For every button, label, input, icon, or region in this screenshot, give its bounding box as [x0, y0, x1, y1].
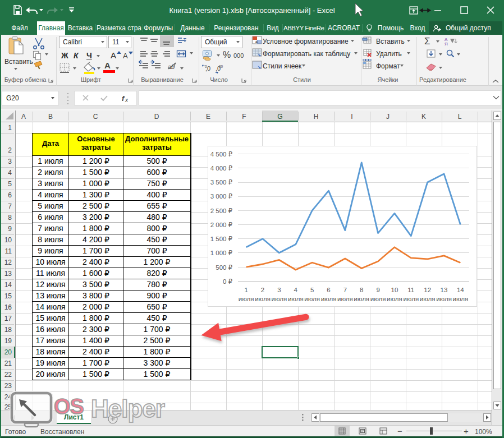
svg-text:15: 15 — [4, 292, 12, 300]
svg-text:июля: июля — [354, 296, 369, 302]
svg-text:июля: июля — [453, 296, 469, 302]
svg-text:июля: июля — [387, 296, 402, 302]
svg-text:J: J — [386, 113, 390, 121]
svg-text:1 000 ₽: 1 000 ₽ — [210, 250, 232, 256]
svg-text:10: 10 — [391, 287, 398, 293]
svg-text:L: L — [458, 113, 462, 121]
svg-text:0 ₽: 0 ₽ — [223, 278, 232, 285]
svg-text:14: 14 — [457, 287, 464, 293]
svg-text:12: 12 — [4, 259, 12, 266]
svg-text:B: B — [48, 113, 53, 121]
svg-text:8: 8 — [360, 287, 363, 293]
svg-text:20: 20 — [4, 348, 12, 356]
svg-text:июля: июля — [304, 296, 320, 302]
svg-text:2 000 ₽: 2 000 ₽ — [210, 222, 232, 228]
svg-text:4: 4 — [294, 287, 298, 293]
svg-text:22: 22 — [4, 371, 12, 379]
svg-text:6: 6 — [8, 191, 12, 199]
svg-text:A: A — [21, 113, 26, 121]
svg-text:5: 5 — [8, 180, 12, 188]
svg-text:8: 8 — [8, 214, 12, 222]
svg-text:11: 11 — [5, 247, 12, 255]
svg-text:2 500 ₽: 2 500 ₽ — [210, 208, 232, 214]
svg-text:11: 11 — [407, 287, 414, 293]
svg-text:июля: июля — [239, 296, 254, 302]
svg-text:12: 12 — [424, 287, 431, 293]
svg-text:19: 19 — [4, 337, 12, 345]
svg-text:июля: июля — [370, 296, 386, 302]
svg-text:C: C — [93, 113, 98, 121]
svg-text:21: 21 — [4, 359, 12, 367]
svg-text:14: 14 — [4, 281, 12, 289]
svg-text:13: 13 — [4, 270, 12, 278]
svg-text:3: 3 — [277, 287, 281, 293]
svg-text:E: E — [206, 113, 210, 121]
svg-text:23: 23 — [4, 382, 12, 390]
svg-text:июля: июля — [272, 296, 287, 302]
svg-text:4: 4 — [8, 169, 12, 177]
svg-text:F: F — [242, 113, 246, 121]
svg-text:4 500 ₽: 4 500 ₽ — [210, 151, 232, 158]
svg-text:K: K — [421, 113, 426, 121]
svg-text:00: 00 — [219, 64, 223, 68]
svg-text:17: 17 — [4, 315, 12, 322]
svg-text:2: 2 — [8, 146, 12, 154]
svg-text:3 000 ₽: 3 000 ₽ — [210, 193, 232, 200]
svg-text:7: 7 — [8, 202, 12, 210]
svg-text:3: 3 — [8, 158, 12, 165]
svg-text:июля: июля — [436, 296, 452, 302]
svg-text:июля: июля — [255, 296, 271, 302]
svg-text:2: 2 — [261, 287, 264, 293]
svg-text:x: x — [125, 97, 129, 103]
svg-text:5: 5 — [310, 287, 314, 293]
svg-text:D: D — [154, 113, 159, 121]
svg-text:Helper: Helper — [91, 395, 165, 422]
svg-text:10: 10 — [4, 236, 12, 244]
svg-text:июля: июля — [403, 296, 419, 302]
svg-text:18: 18 — [4, 326, 12, 334]
svg-text:≠: ≠ — [255, 39, 258, 44]
svg-text:4 000 ₽: 4 000 ₽ — [210, 165, 232, 172]
svg-text:0: 0 — [205, 64, 207, 68]
svg-text:I: I — [351, 113, 352, 121]
svg-text:июля: июля — [288, 296, 304, 302]
svg-text:июля: июля — [420, 296, 436, 302]
svg-text:1: 1 — [244, 287, 248, 293]
svg-text:июля: июля — [337, 296, 353, 302]
svg-text:июля: июля — [321, 296, 337, 302]
svg-text:7: 7 — [343, 287, 347, 293]
svg-text:G: G — [277, 113, 282, 121]
svg-text:OS: OS — [54, 395, 84, 418]
svg-text:9: 9 — [376, 287, 379, 293]
svg-text:H: H — [314, 113, 319, 121]
svg-text:16: 16 — [4, 303, 12, 311]
svg-text:Я: Я — [445, 42, 448, 45]
svg-text:1 500 ₽: 1 500 ₽ — [210, 236, 232, 242]
svg-text:13: 13 — [441, 287, 448, 293]
svg-text:9: 9 — [8, 225, 12, 233]
svg-text:6: 6 — [327, 287, 330, 293]
svg-text:3 500 ₽: 3 500 ₽ — [210, 179, 232, 186]
svg-text:500 ₽: 500 ₽ — [216, 264, 232, 271]
svg-text:1: 1 — [8, 124, 12, 132]
